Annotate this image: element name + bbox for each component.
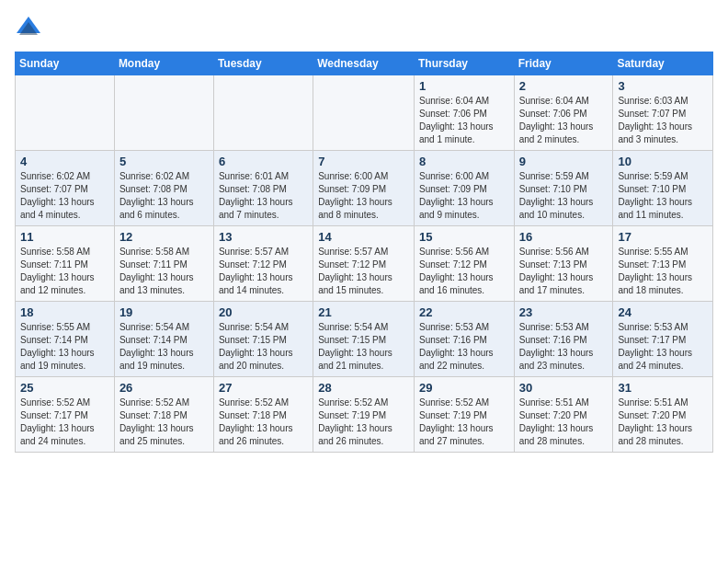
calendar-cell: 18Sunrise: 5:55 AMSunset: 7:14 PMDayligh…: [16, 302, 115, 377]
calendar-cell: 21Sunrise: 5:54 AMSunset: 7:15 PMDayligh…: [313, 302, 415, 377]
calendar-cell: 5Sunrise: 6:02 AMSunset: 7:08 PMDaylight…: [114, 151, 213, 226]
calendar-cell: 13Sunrise: 5:57 AMSunset: 7:12 PMDayligh…: [213, 226, 313, 302]
day-number: 16: [519, 230, 609, 244]
calendar-week-2: 4Sunrise: 6:02 AMSunset: 7:07 PMDaylight…: [16, 151, 713, 226]
logo-icon: [15, 15, 42, 42]
day-number: 14: [318, 230, 409, 244]
day-number: 13: [219, 230, 308, 244]
day-info: Sunrise: 5:54 AMSunset: 7:15 PMDaylight:…: [318, 321, 409, 373]
day-info: Sunrise: 6:03 AMSunset: 7:07 PMDaylight:…: [618, 95, 708, 146]
day-info: Sunrise: 6:04 AMSunset: 7:06 PMDaylight:…: [519, 95, 609, 146]
day-number: 17: [618, 230, 708, 244]
day-info: Sunrise: 5:58 AMSunset: 7:11 PMDaylight:…: [20, 246, 109, 297]
calendar-cell: [313, 75, 415, 151]
calendar-cell: 14Sunrise: 5:57 AMSunset: 7:12 PMDayligh…: [313, 226, 415, 302]
calendar-week-1: 1Sunrise: 6:04 AMSunset: 7:06 PMDaylight…: [16, 75, 713, 151]
weekday-header-monday: Monday: [114, 52, 213, 75]
day-info: Sunrise: 5:53 AMSunset: 7:16 PMDaylight:…: [519, 321, 609, 373]
weekday-header-sunday: Sunday: [16, 52, 115, 75]
day-info: Sunrise: 6:02 AMSunset: 7:08 PMDaylight:…: [119, 170, 209, 222]
day-number: 1: [419, 79, 509, 93]
day-info: Sunrise: 5:51 AMSunset: 7:20 PMDaylight:…: [519, 396, 609, 448]
weekday-header-wednesday: Wednesday: [313, 52, 415, 75]
day-number: 22: [419, 305, 509, 319]
day-info: Sunrise: 5:52 AMSunset: 7:17 PMDaylight:…: [20, 396, 109, 448]
day-number: 28: [318, 381, 409, 395]
day-number: 11: [20, 230, 109, 244]
calendar-cell: [213, 75, 313, 151]
day-number: 29: [419, 381, 509, 395]
day-info: Sunrise: 5:56 AMSunset: 7:12 PMDaylight:…: [419, 246, 509, 297]
day-info: Sunrise: 5:57 AMSunset: 7:12 PMDaylight:…: [219, 246, 308, 297]
day-number: 7: [318, 155, 409, 168]
day-number: 4: [20, 155, 109, 168]
calendar-week-3: 11Sunrise: 5:58 AMSunset: 7:11 PMDayligh…: [16, 226, 713, 302]
day-number: 9: [519, 155, 609, 168]
day-info: Sunrise: 6:02 AMSunset: 7:07 PMDaylight:…: [20, 170, 109, 222]
logo: [15, 15, 46, 42]
day-info: Sunrise: 5:54 AMSunset: 7:15 PMDaylight:…: [219, 321, 308, 373]
calendar-cell: 7Sunrise: 6:00 AMSunset: 7:09 PMDaylight…: [313, 151, 415, 226]
calendar-cell: 4Sunrise: 6:02 AMSunset: 7:07 PMDaylight…: [16, 151, 115, 226]
day-number: 10: [618, 155, 708, 168]
calendar-cell: 10Sunrise: 5:59 AMSunset: 7:10 PMDayligh…: [613, 151, 713, 226]
day-number: 19: [119, 305, 209, 319]
calendar-cell: 1Sunrise: 6:04 AMSunset: 7:06 PMDaylight…: [414, 75, 514, 151]
day-info: Sunrise: 6:00 AMSunset: 7:09 PMDaylight:…: [318, 170, 409, 222]
day-info: Sunrise: 5:55 AMSunset: 7:14 PMDaylight:…: [20, 321, 109, 373]
weekday-row: SundayMondayTuesdayWednesdayThursdayFrid…: [16, 52, 713, 75]
calendar-cell: 20Sunrise: 5:54 AMSunset: 7:15 PMDayligh…: [213, 302, 313, 377]
day-info: Sunrise: 5:51 AMSunset: 7:20 PMDaylight:…: [618, 396, 708, 448]
calendar-cell: 9Sunrise: 5:59 AMSunset: 7:10 PMDaylight…: [514, 151, 613, 226]
calendar-cell: 15Sunrise: 5:56 AMSunset: 7:12 PMDayligh…: [414, 226, 514, 302]
calendar-week-4: 18Sunrise: 5:55 AMSunset: 7:14 PMDayligh…: [16, 302, 713, 377]
header: [15, 15, 713, 42]
day-info: Sunrise: 5:54 AMSunset: 7:14 PMDaylight:…: [119, 321, 209, 373]
calendar-cell: 17Sunrise: 5:55 AMSunset: 7:13 PMDayligh…: [613, 226, 713, 302]
calendar-cell: [16, 75, 115, 151]
day-number: 25: [20, 381, 109, 395]
day-number: 31: [618, 381, 708, 395]
calendar-cell: 25Sunrise: 5:52 AMSunset: 7:17 PMDayligh…: [16, 377, 115, 453]
day-number: 24: [618, 305, 708, 319]
day-number: 12: [119, 230, 209, 244]
calendar-cell: 3Sunrise: 6:03 AMSunset: 7:07 PMDaylight…: [613, 75, 713, 151]
calendar-cell: 2Sunrise: 6:04 AMSunset: 7:06 PMDaylight…: [514, 75, 613, 151]
calendar-body: 1Sunrise: 6:04 AMSunset: 7:06 PMDaylight…: [16, 75, 713, 453]
day-info: Sunrise: 6:04 AMSunset: 7:06 PMDaylight:…: [419, 95, 509, 146]
calendar-cell: 11Sunrise: 5:58 AMSunset: 7:11 PMDayligh…: [16, 226, 115, 302]
day-info: Sunrise: 5:58 AMSunset: 7:11 PMDaylight:…: [119, 246, 209, 297]
day-info: Sunrise: 5:59 AMSunset: 7:10 PMDaylight:…: [618, 170, 708, 222]
day-info: Sunrise: 5:57 AMSunset: 7:12 PMDaylight:…: [318, 246, 409, 297]
calendar-cell: 29Sunrise: 5:52 AMSunset: 7:19 PMDayligh…: [414, 377, 514, 453]
calendar-cell: 23Sunrise: 5:53 AMSunset: 7:16 PMDayligh…: [514, 302, 613, 377]
calendar-header: SundayMondayTuesdayWednesdayThursdayFrid…: [16, 52, 713, 75]
calendar-cell: 12Sunrise: 5:58 AMSunset: 7:11 PMDayligh…: [114, 226, 213, 302]
day-number: 26: [119, 381, 209, 395]
calendar-table: SundayMondayTuesdayWednesdayThursdayFrid…: [15, 52, 713, 453]
weekday-header-friday: Friday: [514, 52, 613, 75]
calendar-cell: 19Sunrise: 5:54 AMSunset: 7:14 PMDayligh…: [114, 302, 213, 377]
calendar-cell: 28Sunrise: 5:52 AMSunset: 7:19 PMDayligh…: [313, 377, 415, 453]
day-number: 18: [20, 305, 109, 319]
calendar-week-5: 25Sunrise: 5:52 AMSunset: 7:17 PMDayligh…: [16, 377, 713, 453]
day-number: 15: [419, 230, 509, 244]
day-info: Sunrise: 5:52 AMSunset: 7:18 PMDaylight:…: [119, 396, 209, 448]
weekday-header-tuesday: Tuesday: [213, 52, 313, 75]
calendar-cell: 27Sunrise: 5:52 AMSunset: 7:18 PMDayligh…: [213, 377, 313, 453]
day-info: Sunrise: 5:59 AMSunset: 7:10 PMDaylight:…: [519, 170, 609, 222]
calendar-cell: [114, 75, 213, 151]
day-number: 23: [519, 305, 609, 319]
day-info: Sunrise: 5:55 AMSunset: 7:13 PMDaylight:…: [618, 246, 708, 297]
day-number: 5: [119, 155, 209, 168]
day-info: Sunrise: 5:52 AMSunset: 7:19 PMDaylight:…: [419, 396, 509, 448]
weekday-header-thursday: Thursday: [414, 52, 514, 75]
day-number: 20: [219, 305, 308, 319]
day-number: 21: [318, 305, 409, 319]
calendar-cell: 30Sunrise: 5:51 AMSunset: 7:20 PMDayligh…: [514, 377, 613, 453]
day-info: Sunrise: 6:01 AMSunset: 7:08 PMDaylight:…: [219, 170, 308, 222]
day-info: Sunrise: 5:52 AMSunset: 7:18 PMDaylight:…: [219, 396, 308, 448]
calendar-cell: 26Sunrise: 5:52 AMSunset: 7:18 PMDayligh…: [114, 377, 213, 453]
calendar-cell: 22Sunrise: 5:53 AMSunset: 7:16 PMDayligh…: [414, 302, 514, 377]
day-number: 6: [219, 155, 308, 168]
